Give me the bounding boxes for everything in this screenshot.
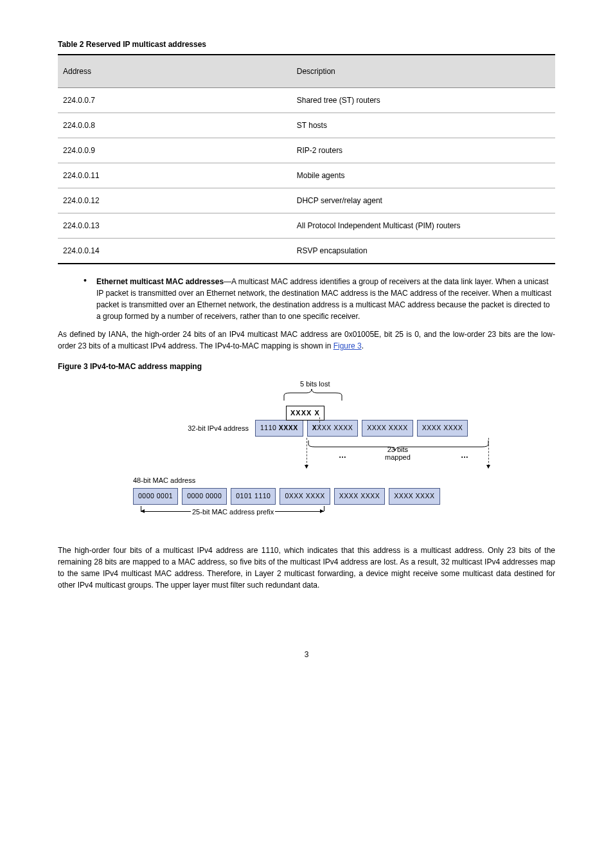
prefix-label: 25-bit MAC address prefix [191,507,275,518]
lost-bits-box: XXXX X [286,406,324,420]
table-caption: Table 2 Reserved IP multicast addresses [58,39,555,50]
cell-address: 224.0.0.11 [58,163,292,188]
cell-desc: Shared tree (ST) routers [292,88,555,113]
table-row: 224.0.0.13All Protocol Independent Multi… [58,213,555,239]
mac-octet-4: 0XXX XXXX [280,488,330,505]
map-line-left [306,438,307,466]
ipv4-row-label: 32-bit IPv4 address [114,423,255,434]
dashed-connector [319,417,320,426]
figure-3-link[interactable]: Figure 3 [333,341,362,350]
mac-octet-3: 0101 1110 [231,488,276,505]
bullet-heading: Ethernet multicast MAC addresses [96,277,224,286]
dots-left: … [339,449,346,461]
cell-address: 224.0.0.7 [58,88,292,113]
cell-desc: DHCP server/relay agent [292,188,555,213]
ipv4-octet-1: 1110 XXXX [255,420,303,437]
cell-desc: RIP-2 routers [292,138,555,163]
table-row: 224.0.0.8ST hosts [58,113,555,138]
mac-octet-5: XXXX XXXX [334,488,385,505]
table-row: 224.0.0.12DHCP server/relay agent [58,188,555,213]
map-line-right [488,438,489,466]
bullet-icon: • [84,276,96,322]
dots-right: … [461,449,468,461]
bullet-text: Ethernet multicast MAC addresses—A multi… [96,276,555,322]
mac-octet-2: 0000 0000 [182,488,227,505]
figure-3: 5 bits lost XXXX X 32-bit IPv4 address 1… [114,379,499,525]
ipv4-address-row: 32-bit IPv4 address 1110 XXXX XXXX XXXX … [114,420,499,437]
cell-address: 224.0.0.9 [58,138,292,163]
paragraph-explanation: The high-order four bits of a multicast … [58,545,555,591]
paragraph-mapping: As defined by IANA, the high-order 24 bi… [58,329,555,352]
table-row: 224.0.0.14RSVP encapsulation [58,239,555,264]
col-description-header: Description [292,55,555,88]
para1-tail: . [362,341,364,350]
col-address-header: Address [58,55,292,88]
cell-address: 224.0.0.14 [58,239,292,264]
figure-caption: Figure 3 IPv4-to-MAC address mapping [58,361,555,372]
cell-desc: ST hosts [292,113,555,138]
mapped-bits-label: 23 bits mapped [385,446,411,461]
arrow-down-icon [486,465,490,469]
reserved-addresses-table: Address Description 224.0.0.7Shared tree… [58,54,555,264]
cell-address: 224.0.0.13 [58,213,292,239]
page-number: 3 [58,649,555,660]
arrow-down-icon [305,465,308,469]
mac-address-row: 0000 0001 0000 0000 0101 1110 0XXX XXXX … [133,488,499,505]
cell-address: 224.0.0.12 [58,188,292,213]
bullet-item: • Ethernet multicast MAC addresses—A mul… [84,276,555,322]
cell-desc: Mobile agents [292,163,555,188]
prefix-indicator: 25-bit MAC address prefix [133,506,499,525]
top-brace-icon [281,388,345,403]
ipv4-octet-2: XXXX XXXX [307,420,358,437]
table-row: 224.0.0.9RIP-2 routers [58,138,555,163]
table-header-row: Address Description [58,55,555,88]
mac-octet-1: 0000 0001 [133,488,178,505]
mac-octet-6: XXXX XXXX [389,488,440,505]
cell-desc: RSVP encapsulation [292,239,555,264]
ipv4-octet-3: XXXX XXXX [362,420,413,437]
table-row: 224.0.0.7Shared tree (ST) routers [58,88,555,113]
mac-row-label: 48-bit MAC address [133,475,499,486]
ipv4-octet-4: XXXX XXXX [417,420,468,437]
cell-address: 224.0.0.8 [58,113,292,138]
para1-text: As defined by IANA, the high-order 24 bi… [58,330,555,350]
table-row: 224.0.0.11Mobile agents [58,163,555,188]
cell-desc: All Protocol Independent Multicast (PIM)… [292,213,555,239]
